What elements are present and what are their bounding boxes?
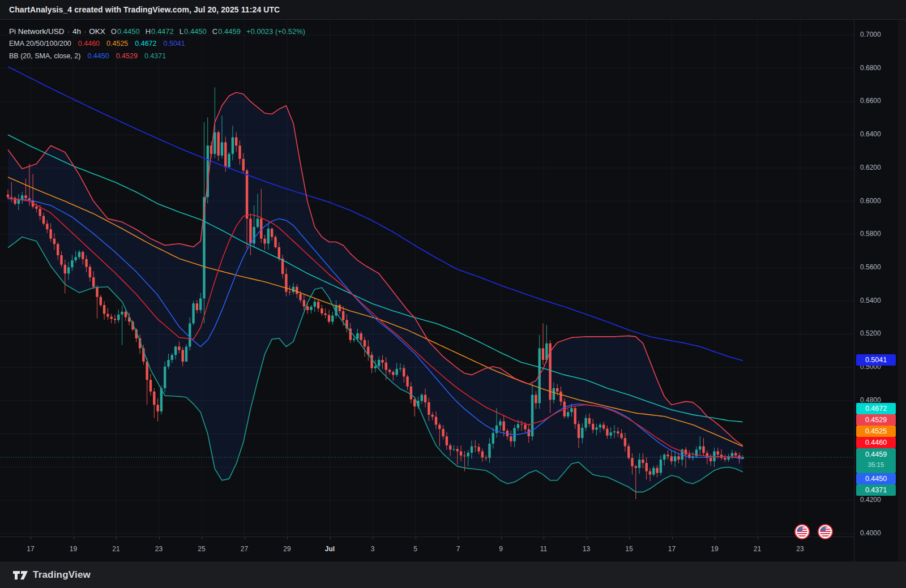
time-tick-mark xyxy=(159,537,160,539)
time-tick-mark xyxy=(587,537,587,539)
time-tick-label: 17 xyxy=(668,545,676,553)
symbol-name: Pi Network/USD xyxy=(9,27,65,36)
price-badge: 0.4529 xyxy=(856,414,896,426)
bb-lower-value: 0.4371 xyxy=(144,52,166,60)
us-flag-icon xyxy=(797,526,807,537)
time-tick-label: 7 xyxy=(456,545,460,553)
time-tick-label: 23 xyxy=(796,545,804,553)
separator: · xyxy=(81,27,89,36)
ema200-value: 0.5041 xyxy=(164,40,185,48)
ohlc-high-key: H xyxy=(146,27,151,36)
time-tick-label: 29 xyxy=(283,545,290,553)
time-tick-mark xyxy=(287,537,288,539)
axis-edge-strip xyxy=(898,20,906,561)
time-tick-label: 3 xyxy=(371,545,375,553)
time-tick-label: 17 xyxy=(27,545,34,553)
chart-legend: Pi Network/USD · 4h · OKX O0.4450 H0.447… xyxy=(9,25,305,62)
bb-upper-value: 0.4529 xyxy=(116,52,138,60)
ohlc-close-key: C xyxy=(212,27,217,36)
time-tick-mark xyxy=(629,537,630,539)
change-value: +0.0023 (+0.52%) xyxy=(246,27,305,36)
time-tick-label: 19 xyxy=(70,545,77,553)
time-tick-label: 19 xyxy=(711,545,718,553)
chart-pane xyxy=(0,20,854,537)
time-tick-label: 15 xyxy=(625,545,633,553)
ohlc-low-value: 0.4450 xyxy=(184,27,207,36)
price-badge: 0.4672 xyxy=(856,403,896,414)
tradingview-logo-icon[interactable] xyxy=(12,569,28,581)
time-tick-mark xyxy=(330,537,331,539)
price-tick-label: 0.6200 xyxy=(860,164,898,171)
time-tick-mark xyxy=(116,537,117,539)
price-tick-label: 0.4000 xyxy=(860,529,898,537)
time-tick-label: 23 xyxy=(155,545,163,553)
time-tick-mark xyxy=(31,537,31,539)
tradingview-chart-window: ChartAnalysis_4 created with TradingView… xyxy=(0,0,906,588)
price-badge: 0.4450 xyxy=(856,473,896,484)
price-tick-label: 0.6000 xyxy=(860,197,898,205)
bb-basis-value: 0.4450 xyxy=(87,52,109,60)
time-tick-mark xyxy=(458,537,459,539)
price-tick-label: 0.5400 xyxy=(860,297,898,304)
ohlc-open-key: O xyxy=(111,27,117,36)
price-tick-label: 0.6400 xyxy=(860,130,898,138)
price-tick-label: 0.6600 xyxy=(860,97,898,105)
time-tick-mark xyxy=(245,537,245,539)
ema50-value: 0.4525 xyxy=(106,40,128,48)
legend-ema-row[interactable]: EMA 20/50/100/200 0.4460 0.4525 0.4672 0… xyxy=(9,37,305,50)
time-tick-mark xyxy=(373,537,373,539)
separator: · xyxy=(65,27,72,36)
time-tick-mark xyxy=(501,537,502,539)
time-tick-label: 11 xyxy=(540,545,547,553)
time-tick-mark xyxy=(74,537,74,539)
time-tick-mark xyxy=(544,537,544,539)
time-tick-label: 21 xyxy=(754,545,761,553)
price-tick-label: 0.6800 xyxy=(860,64,898,72)
price-tick-label: 0.5200 xyxy=(860,329,898,337)
economic-event-flag-icon[interactable] xyxy=(818,524,833,539)
time-tick-label: 21 xyxy=(112,545,119,553)
legend-bb-row[interactable]: BB (20, SMA, close, 2) 0.4450 0.4529 0.4… xyxy=(9,50,305,62)
bb-indicator-label: BB (20, SMA, close, 2) xyxy=(9,52,80,60)
bb-fill-area xyxy=(8,92,743,492)
price-badge: 0.5041 xyxy=(856,354,896,366)
bar-close-countdown: 35:15 xyxy=(856,460,896,470)
time-tick-mark xyxy=(416,537,416,539)
price-tick-label: 0.5800 xyxy=(860,230,898,238)
time-tick-mark xyxy=(202,537,202,539)
us-flag-icon xyxy=(820,526,831,537)
price-badge: 0.4525 xyxy=(856,426,896,437)
ohlc-high-value: 0.4472 xyxy=(151,27,174,36)
economic-event-flag-icon[interactable] xyxy=(794,524,810,539)
time-tick-label: 27 xyxy=(241,545,248,553)
time-tick-label: 5 xyxy=(413,545,417,553)
time-tick-mark xyxy=(758,537,758,539)
ohlc-close-value: 0.4459 xyxy=(218,27,241,36)
price-tick-label: 0.5600 xyxy=(860,263,898,271)
chart-canvas[interactable] xyxy=(0,0,906,588)
price-tick-label: 0.4200 xyxy=(860,496,898,504)
ohlc-open-value: 0.4450 xyxy=(117,27,140,36)
time-tick-mark xyxy=(672,537,673,539)
symbol-interval[interactable]: 4h xyxy=(72,27,81,36)
tradingview-logo-text[interactable]: TradingView xyxy=(33,569,91,581)
ema100-value: 0.4672 xyxy=(135,40,156,48)
price-badge: 0.4371 xyxy=(856,484,896,496)
legend-symbol-row[interactable]: Pi Network/USD · 4h · OKX O0.4450 H0.447… xyxy=(9,25,305,37)
ema-indicator-label: EMA 20/50/100/200 xyxy=(9,40,71,48)
price-badge: 0.4460 xyxy=(856,437,896,448)
bottom-bar: TradingView xyxy=(0,561,906,588)
time-tick-mark xyxy=(715,537,715,539)
time-axis[interactable]: 17192123252729Jul357911131517192123 xyxy=(0,537,854,561)
time-tick-label: 25 xyxy=(198,545,205,553)
symbol-exchange: OKX xyxy=(89,27,105,36)
ema20-value: 0.4460 xyxy=(78,40,100,48)
time-tick-label: 13 xyxy=(583,545,590,553)
time-tick-label: Jul xyxy=(325,545,335,553)
current-price-badge: 0.445935:15 xyxy=(856,448,896,473)
price-tick-label: 0.7000 xyxy=(860,31,898,38)
time-tick-label: 9 xyxy=(499,545,503,553)
ohlc-low-key: L xyxy=(180,27,183,36)
